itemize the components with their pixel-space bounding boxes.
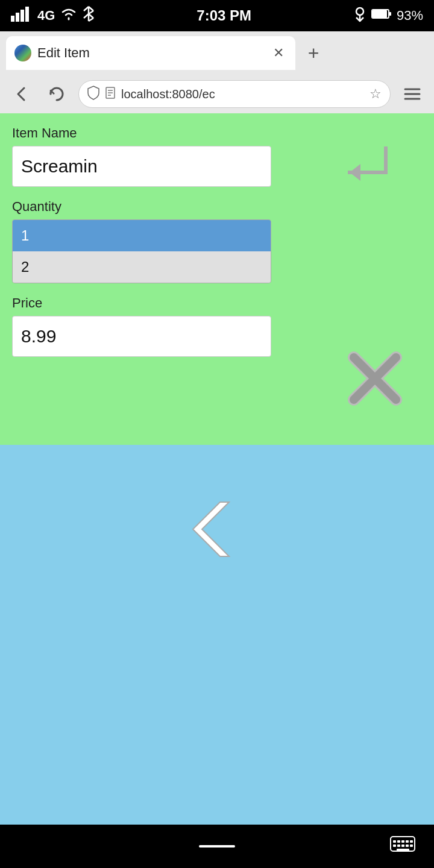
svg-rect-30 [397, 840, 400, 843]
back-button[interactable] [8, 81, 35, 107]
svg-rect-37 [406, 844, 409, 847]
tab-bar: Edit Item ✕ + [0, 31, 434, 75]
item-name-label: Item Name [12, 125, 422, 141]
home-indicator[interactable] [199, 845, 235, 848]
bookmark-icon[interactable]: ☆ [370, 86, 382, 102]
enter-key-icon [338, 142, 398, 190]
network-type: 4G [37, 8, 55, 24]
active-tab[interactable]: Edit Item ✕ [6, 36, 295, 70]
bottom-bar [0, 825, 434, 868]
price-input[interactable] [12, 316, 271, 357]
svg-rect-29 [393, 840, 396, 843]
wifi-icon [60, 7, 78, 24]
quantity-option-2[interactable]: 2 [13, 251, 271, 283]
location-icon [353, 5, 366, 26]
quantity-section: Quantity 1 2 [12, 199, 422, 283]
shield-icon [87, 86, 99, 103]
status-left: 4G [11, 5, 95, 26]
svg-rect-13 [389, 12, 391, 16]
price-label: Price [12, 295, 422, 311]
svg-rect-3 [25, 7, 29, 22]
blue-area [0, 445, 434, 855]
quantity-option-1[interactable]: 1 [13, 220, 271, 251]
svg-rect-32 [406, 840, 409, 843]
battery-percent: 93% [397, 8, 423, 24]
svg-rect-0 [11, 16, 14, 22]
quantity-label: Quantity [12, 199, 422, 215]
svg-marker-27 [193, 502, 229, 556]
signal-icon [11, 6, 33, 25]
price-section: Price [12, 295, 422, 357]
keyboard-icon[interactable] [389, 833, 416, 860]
svg-rect-2 [20, 10, 24, 22]
page-content: Item Name Quantity 1 2 Price [0, 113, 434, 445]
browser-chrome: Edit Item ✕ + [0, 31, 434, 113]
svg-marker-22 [350, 164, 360, 181]
refresh-button[interactable] [43, 81, 70, 107]
battery-icon [371, 8, 392, 24]
chevron-left-icon[interactable] [187, 499, 247, 562]
svg-rect-34 [393, 844, 396, 847]
svg-rect-1 [16, 13, 19, 22]
close-x-icon[interactable] [345, 348, 405, 409]
svg-rect-33 [410, 840, 413, 843]
page-icon [105, 87, 115, 102]
status-bar: 4G 7:03 PM [0, 0, 434, 31]
tab-favicon [14, 45, 31, 61]
svg-rect-35 [397, 844, 400, 847]
svg-rect-14 [373, 10, 387, 17]
svg-rect-38 [410, 844, 413, 847]
tab-title: Edit Item [37, 45, 264, 61]
url-text: localhost:8080/ec [121, 87, 363, 101]
new-tab-button[interactable]: + [299, 39, 328, 68]
svg-rect-31 [401, 840, 404, 843]
svg-rect-36 [401, 844, 404, 847]
url-bar[interactable]: localhost:8080/ec ☆ [78, 80, 391, 108]
tab-close-button[interactable]: ✕ [270, 45, 287, 61]
address-bar: localhost:8080/ec ☆ [0, 75, 434, 113]
quantity-select[interactable]: 1 2 [12, 219, 271, 283]
bluetooth-icon [83, 5, 95, 26]
status-right: 93% [353, 5, 423, 26]
status-time: 7:03 PM [197, 7, 251, 24]
browser-menu-button[interactable] [399, 81, 426, 107]
item-name-input[interactable] [12, 146, 271, 187]
svg-rect-39 [397, 849, 409, 851]
svg-point-11 [356, 8, 363, 15]
